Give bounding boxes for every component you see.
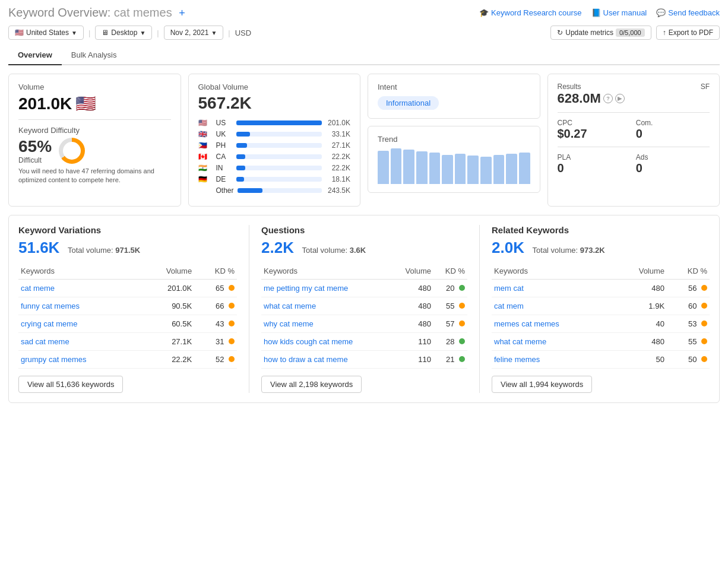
volume-cell: 480 <box>391 297 433 315</box>
table-row: funny cat memes 90.5K 66 <box>18 297 237 315</box>
q-total: Total volume: 3.6K <box>302 246 366 255</box>
trend-bar-item <box>493 155 505 184</box>
q-count-row: 2.2K Total volume: 3.6K <box>261 239 467 257</box>
kv-total: Total volume: 971.5K <box>68 246 140 255</box>
date-selector[interactable]: Nov 2, 2021 ▼ <box>164 26 224 40</box>
table-row: sad cat meme 27.1K 31 <box>18 333 237 351</box>
keyword-link[interactable]: how kids cough cat meme <box>264 337 353 346</box>
keyword-link[interactable]: me petting my cat meme <box>264 284 348 293</box>
global-volume-label: Global Volume <box>198 83 351 91</box>
kd-dot <box>229 338 235 344</box>
table-row: why cat meme 480 57 <box>261 315 467 333</box>
keyword-link[interactable]: how to draw a cat meme <box>264 355 348 364</box>
rk-count-row: 2.0K Total volume: 973.2K <box>492 239 710 257</box>
results-help-icon[interactable]: ? <box>603 94 613 103</box>
ads-value: 0 <box>636 161 710 175</box>
q-table: Keywords Volume KD % me petting my cat m… <box>261 263 467 369</box>
keyword-research-course-link[interactable]: 🎓 Keyword Research course <box>479 8 581 17</box>
kd-cell: 65 <box>194 280 237 297</box>
keyword-link[interactable]: funny cat memes <box>21 302 80 310</box>
kd-desc: Difficult <box>18 156 52 164</box>
keyword-link[interactable]: why cat meme <box>264 319 314 328</box>
gv-country-row: 🇨🇦 CA 22.2K <box>198 153 351 161</box>
trend-bars <box>378 148 530 184</box>
rk-table-body: mem cat 480 56 cat mem 1.9K 60 memes cat… <box>492 280 710 369</box>
q-count: 2.2K <box>261 239 294 256</box>
volume-cell: 110 <box>391 333 433 351</box>
kd-cell: 31 <box>194 333 237 351</box>
trend-label: Trend <box>378 135 530 144</box>
kd-cell: 57 <box>433 315 467 333</box>
kd-cell: 60 <box>667 297 710 315</box>
trend-bar-item <box>391 148 402 184</box>
send-feedback-link[interactable]: 💬 Send feedback <box>656 8 720 17</box>
volume-cell: 90.5K <box>141 297 195 315</box>
country-code: DE <box>216 175 233 183</box>
table-row: cat meme 201.0K 65 <box>18 280 237 297</box>
export-pdf-button[interactable]: ↑ Export to PDF <box>656 26 720 40</box>
gv-bar-bg <box>238 188 322 193</box>
rk-table: Keywords Volume KD % mem cat 480 56 cat … <box>492 263 710 369</box>
country-selector[interactable]: 🇺🇸 United States ▼ <box>8 26 84 40</box>
keyword-cell: why cat meme <box>261 315 391 333</box>
country-flag: 🇺🇸 <box>15 28 24 37</box>
gv-bar-fill <box>236 177 244 182</box>
user-manual-link[interactable]: 📘 User manual <box>591 8 647 17</box>
keyword-link[interactable]: sad cat meme <box>21 337 69 346</box>
keyword-link[interactable]: cat meme <box>21 284 55 293</box>
kd-dot <box>459 338 465 344</box>
gv-bar-fill <box>236 132 250 137</box>
keyword-link[interactable]: cat mem <box>494 302 524 310</box>
com-label: Com. <box>636 119 710 127</box>
gv-country-value: 243.5K <box>325 186 350 195</box>
ads-label: Ads <box>636 153 710 161</box>
rk-view-all-button[interactable]: View all 1,994 keywords <box>492 376 592 393</box>
add-keyword-icon[interactable]: + <box>179 7 185 19</box>
kv-view-all-button[interactable]: View all 51,636 keywords <box>18 376 123 393</box>
gv-country-row: 🇵🇭 PH 27.1K <box>198 141 351 150</box>
tab-overview[interactable]: Overview <box>8 46 62 65</box>
results-play-icon[interactable]: ▶ <box>615 94 625 103</box>
trend-bar-item <box>455 154 466 184</box>
toolbar: 🇺🇸 United States ▼ | 🖥 Desktop ▼ | Nov 2… <box>8 26 720 40</box>
intent-badge: Informational <box>378 96 439 110</box>
table-row: memes cat memes 40 53 <box>492 315 710 333</box>
country-flag-icon: 🇵🇭 <box>198 141 213 150</box>
keyword-link[interactable]: what cat meme <box>264 302 316 310</box>
table-row: how to draw a cat meme 110 21 <box>261 351 467 369</box>
gv-country-value: 18.1K <box>325 175 350 183</box>
keyword-link[interactable]: memes cat memes <box>494 319 559 328</box>
gv-country-row: 🇮🇳 IN 22.2K <box>198 164 351 172</box>
table-row: mem cat 480 56 <box>492 280 710 297</box>
kv-count-row: 51.6K Total volume: 971.5K <box>18 239 237 257</box>
device-selector[interactable]: 🖥 Desktop ▼ <box>95 26 152 40</box>
kv-col-keywords: Keywords <box>18 263 141 280</box>
pla-ads-grid: PLA 0 Ads 0 <box>558 153 710 175</box>
update-metrics-button[interactable]: ↻ Update metrics 0/5,000 <box>550 26 651 40</box>
kv-table: Keywords Volume KD % cat meme 201.0K 65 … <box>18 263 237 369</box>
keyword-link[interactable]: grumpy cat memes <box>21 355 87 364</box>
kd-percentage: 65% Difficult <box>18 137 52 164</box>
keyword-link[interactable]: mem cat <box>494 284 524 293</box>
q-view-all-button[interactable]: View all 2,198 keywords <box>261 376 362 393</box>
country-flag-icon: 🇬🇧 <box>198 130 213 138</box>
tab-bulk-analysis[interactable]: Bulk Analysis <box>62 46 126 65</box>
toolbar-left: 🇺🇸 United States ▼ | 🖥 Desktop ▼ | Nov 2… <box>8 26 251 40</box>
keyword-link[interactable]: feline memes <box>494 355 540 364</box>
gv-bar-bg <box>236 177 322 182</box>
gv-bar-fill <box>238 188 263 193</box>
volume-kd-card: Volume 201.0K 🇺🇸 Keyword Difficulty 65% … <box>8 74 181 207</box>
kd-dot <box>701 356 707 362</box>
keyword-link[interactable]: crying cat meme <box>21 319 77 328</box>
cards-row: Volume 201.0K 🇺🇸 Keyword Difficulty 65% … <box>8 74 720 207</box>
related-keywords-col: Related Keywords 2.0K Total volume: 973.… <box>479 225 710 393</box>
keyword-link[interactable]: what cat meme <box>494 337 546 346</box>
separator-2: | <box>157 28 159 37</box>
kv-title: Keyword Variations <box>18 225 237 235</box>
table-row: what cat meme 480 55 <box>492 333 710 351</box>
com-section: Com. 0 <box>636 119 710 141</box>
gv-bar-fill <box>236 143 248 148</box>
country-flag-icon: 🇩🇪 <box>198 175 213 183</box>
results-label: Results <box>558 83 625 91</box>
intent-label: Intent <box>378 83 530 91</box>
